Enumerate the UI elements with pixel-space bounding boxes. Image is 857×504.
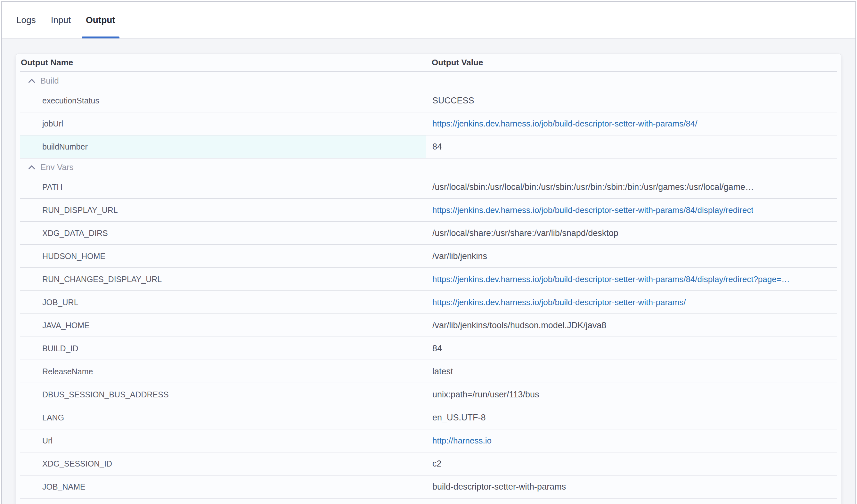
output-name-cell: JAVA_HOME [20,314,426,337]
output-value-cell: 84 [426,337,837,359]
output-value-link[interactable]: http://harness.io [432,436,492,446]
output-value-link[interactable]: https://jenkins.dev.harness.io/job/build… [432,205,753,215]
output-name-cell: buildNumber [20,135,426,158]
output-table-card: Output Name Output Value BuildexecutionS… [16,54,841,504]
output-value-cell: /var/lib/jenkins/tools/hudson.model.JDK/… [426,314,837,337]
table-body: BuildexecutionStatusSUCCESSjobUrlhttps:/… [20,72,837,499]
table-row[interactable]: RUN_DISPLAY_URLhttps://jenkins.dev.harne… [20,199,837,222]
table-row[interactable]: HUDSON_HOME/var/lib/jenkins [20,245,837,268]
output-value-link[interactable]: https://jenkins.dev.harness.io/job/build… [432,119,698,129]
table-row[interactable]: LANGen_US.UTF-8 [20,406,837,430]
output-value-cell: 84 [426,135,837,158]
tab-bar: LogsInputOutput [2,2,855,39]
column-header-output-name: Output Name [20,57,426,68]
output-name-cell: JOB_URL [20,291,426,314]
column-header-output-value: Output Value [426,57,837,68]
output-value-link[interactable]: https://jenkins.dev.harness.io/job/build… [432,298,686,307]
output-value-cell: http://harness.io [426,430,837,452]
table-row[interactable]: PATH/usr/local/sbin:/usr/local/bin:/usr/… [20,176,837,199]
output-value-cell: https://jenkins.dev.harness.io/job/build… [426,291,837,314]
output-name-cell: DBUS_SESSION_BUS_ADDRESS [20,383,426,406]
table-row[interactable]: JOB_URLhttps://jenkins.dev.harness.io/jo… [20,291,837,314]
output-name-cell: XDG_DATA_DIRS [20,222,426,244]
output-name-cell: PATH [20,176,426,198]
output-name-cell: BUILD_ID [20,337,426,359]
table-row[interactable]: buildNumber84 [20,135,837,158]
table-row[interactable]: BUILD_ID84 [20,337,837,360]
table-row[interactable]: RUN_CHANGES_DISPLAY_URLhttps://jenkins.d… [20,268,837,291]
step-details-drawer: LogsInputOutput Output Name Output Value… [1,1,856,504]
table-row[interactable]: executionStatusSUCCESS [20,89,837,112]
output-value-cell: latest [426,360,837,383]
output-name-cell: XDG_SESSION_ID [20,452,426,475]
output-name-cell: executionStatus [20,89,426,112]
output-name-cell: LANG [20,406,426,429]
output-name-cell: ReleaseName [20,360,426,383]
drawer-body: Output Name Output Value BuildexecutionS… [2,39,855,504]
output-name-cell: Url [20,430,426,452]
tab-output[interactable]: Output [82,2,119,38]
chevron-up-icon [28,79,35,83]
table-row[interactable]: Urlhttp://harness.io [20,430,837,452]
output-value-cell: /usr/local/sbin:/usr/local/bin:/usr/sbin… [426,176,837,198]
output-value-cell: https://jenkins.dev.harness.io/job/build… [426,112,837,135]
output-value-cell: c2 [426,452,837,475]
table-row[interactable]: jobUrlhttps://jenkins.dev.harness.io/job… [20,112,837,135]
tab-logs[interactable]: Logs [12,2,40,38]
output-value-cell: en_US.UTF-8 [426,406,837,429]
output-name-cell: RUN_CHANGES_DISPLAY_URL [20,268,426,290]
table-row[interactable]: JOB_NAMEbuild-descriptor-setter-with-par… [20,475,837,499]
chevron-up-icon [28,165,35,170]
output-value-cell: /usr/local/share:/usr/share:/var/lib/sna… [426,222,837,244]
table-row[interactable]: ReleaseNamelatest [20,360,837,383]
table-row[interactable]: XDG_SESSION_IDc2 [20,452,837,475]
table-row[interactable]: DBUS_SESSION_BUS_ADDRESSunix:path=/run/u… [20,383,837,406]
output-name-cell: RUN_DISPLAY_URL [20,199,426,221]
output-value-cell: /var/lib/jenkins [426,245,837,267]
output-value-cell: https://jenkins.dev.harness.io/job/build… [426,268,837,290]
output-value-cell: SUCCESS [426,89,837,112]
output-name-cell: jobUrl [20,112,426,135]
output-value-link[interactable]: https://jenkins.dev.harness.io/job/build… [432,274,790,284]
output-name-cell: HUDSON_HOME [20,245,426,267]
table-header-row: Output Name Output Value [20,54,837,72]
group-label: Env Vars [40,162,74,172]
tab-input[interactable]: Input [47,2,75,38]
table-row[interactable]: JAVA_HOME/var/lib/jenkins/tools/hudson.m… [20,314,837,337]
group-row-env-vars[interactable]: Env Vars [20,158,837,176]
table-row[interactable]: XDG_DATA_DIRS/usr/local/share:/usr/share… [20,222,837,245]
output-name-cell: JOB_NAME [20,475,426,498]
output-value-cell: https://jenkins.dev.harness.io/job/build… [426,199,837,221]
output-value-cell: build-descriptor-setter-with-params [426,475,837,498]
output-value-cell: unix:path=/run/user/113/bus [426,383,837,406]
group-label: Build [40,76,59,86]
group-row-build[interactable]: Build [20,72,837,89]
